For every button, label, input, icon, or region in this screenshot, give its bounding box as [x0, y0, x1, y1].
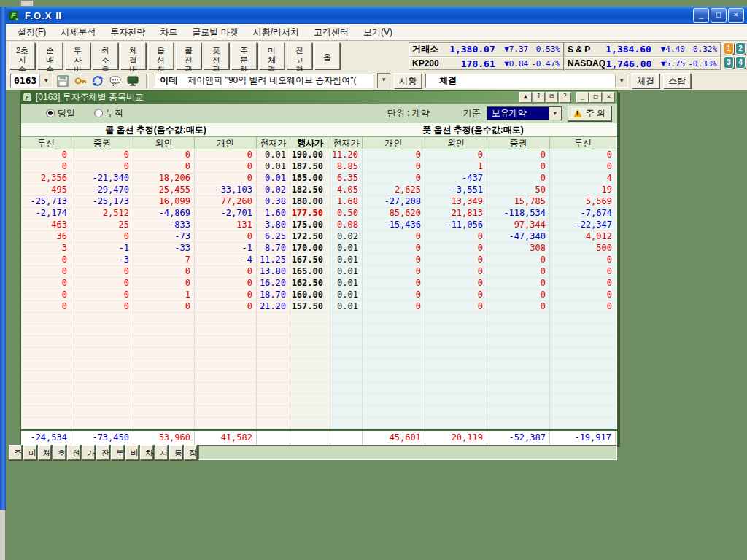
empty-cell: [330, 418, 363, 429]
empty-cell: [550, 313, 616, 324]
window-title: F.O.X Ⅱ: [25, 10, 63, 21]
one-icon[interactable]: 1: [533, 92, 545, 103]
app-logo-icon: F x: [9, 10, 21, 21]
cascade-icon[interactable]: ⧉: [546, 92, 558, 103]
close-button[interactable]: ✕: [728, 8, 744, 23]
toolbar-button[interactable]: 2초지수: [9, 42, 35, 69]
menu-item[interactable]: 시황/리서치: [246, 24, 306, 41]
empty-cell: [290, 394, 330, 406]
total-cell: 20,119: [425, 431, 487, 445]
panel-maximize-button[interactable]: □: [589, 92, 602, 103]
put-price-cell: 11.20: [330, 149, 363, 161]
panel-minimize-button[interactable]: _: [576, 92, 589, 103]
empty-cell: [363, 359, 425, 371]
news-dropdown-icon[interactable]: ▼: [377, 73, 390, 88]
toolbar-button[interactable]: 콜전광판: [176, 42, 201, 69]
toolbar-button[interactable]: 옵션전광: [148, 42, 174, 69]
execution-button[interactable]: 체결: [632, 73, 659, 88]
minimize-button[interactable]: ▁: [693, 8, 709, 23]
empty-cell: [71, 313, 133, 324]
call-cell: 25: [71, 219, 133, 231]
bottom-tab[interactable]: 주: [9, 445, 22, 460]
bottom-tab[interactable]: 차: [140, 445, 153, 460]
save-icon[interactable]: [56, 74, 70, 88]
call-cell: -1: [71, 243, 133, 254]
menu-item[interactable]: 글로벌 마켓: [185, 24, 245, 41]
monitor-icon[interactable]: [126, 74, 140, 88]
put-price-cell: 0.01: [330, 278, 363, 289]
toolbar-button[interactable]: 주문체결: [231, 42, 257, 69]
radio-cumulative[interactable]: [94, 109, 103, 117]
market-news-button[interactable]: 시황: [394, 73, 422, 88]
menu-item[interactable]: 고객센터: [306, 24, 356, 41]
bottom-tab[interactable]: 비: [125, 445, 139, 460]
put-cell: 0: [487, 289, 550, 301]
empty-cell: [550, 418, 616, 429]
basis-combo[interactable]: 보유계약 ▼: [487, 106, 562, 120]
put-cell: 4,012: [550, 231, 616, 243]
toolbar-button[interactable]: 순매수: [37, 42, 63, 69]
toolbar-button[interactable]: 체결내역: [120, 42, 146, 69]
toolbar-button[interactable]: 잔고현황: [287, 42, 312, 69]
empty-cell: [133, 359, 195, 371]
bottom-tab[interactable]: 호: [53, 445, 66, 460]
bottom-tab[interactable]: 미: [23, 445, 36, 460]
index-percent: -0.32%: [685, 44, 717, 54]
maximize-button[interactable]: □: [711, 8, 727, 23]
toolbar-button[interactable]: 풋전광판: [204, 42, 229, 69]
bottom-tab[interactable]: 현: [67, 445, 80, 460]
rollup-icon[interactable]: ▲: [519, 92, 532, 103]
bottom-tab[interactable]: 장: [184, 445, 197, 460]
strike-cell: 180.00: [290, 196, 330, 208]
empty-cell: [550, 336, 616, 348]
toolbar-button[interactable]: 투자비교: [65, 42, 90, 69]
panel-controls: 당일 누적 단위 : 계약 기준 보유계약 ▼ 주 의: [21, 104, 617, 122]
quick-button-2[interactable]: 2: [735, 42, 746, 55]
radio-daily[interactable]: [46, 109, 55, 117]
key-icon[interactable]: [74, 74, 88, 88]
feed-dropdown-icon[interactable]: ▼: [615, 74, 627, 87]
bottom-tab[interactable]: 등: [169, 445, 182, 460]
menu-item[interactable]: 투자전략: [103, 24, 152, 41]
warning-button[interactable]: 주 의: [568, 106, 611, 121]
total-cell: 41,582: [195, 431, 257, 445]
put-cell: 0: [363, 161, 425, 173]
strike-cell: 167.50: [290, 254, 330, 266]
stop-button[interactable]: 스탑: [663, 73, 691, 88]
refresh-icon[interactable]: [91, 74, 105, 88]
empty-cell: [425, 371, 487, 383]
put-cell: -3,551: [425, 184, 487, 196]
feed-text: 체결: [426, 74, 615, 87]
empty-cell: [257, 336, 290, 348]
put-cell: 0: [363, 173, 425, 184]
basis-dropdown-icon[interactable]: ▼: [549, 107, 561, 120]
column-header: 외인: [133, 137, 195, 149]
empty-row: [21, 406, 617, 418]
toolbar-button[interactable]: 옵: [314, 42, 340, 69]
panel-close-button[interactable]: ✕: [603, 92, 615, 103]
bottom-tab[interactable]: 체: [38, 445, 51, 460]
screen-code-combo[interactable]: 0163 ▼: [10, 74, 53, 88]
empty-cell: [550, 394, 616, 406]
empty-cell: [363, 383, 425, 394]
menu-item[interactable]: 시세분석: [53, 24, 103, 41]
toolbar-button[interactable]: 최소호가: [93, 42, 118, 69]
empty-cell: [550, 324, 616, 336]
bottom-tab[interactable]: 지: [155, 445, 168, 460]
quick-button-1[interactable]: 1: [724, 42, 734, 55]
put-cell: 0: [550, 254, 616, 266]
menu-item[interactable]: 설정(F): [10, 24, 53, 41]
menu-item[interactable]: 차트: [152, 24, 185, 41]
menu-item[interactable]: 보기(V): [356, 24, 400, 41]
help-icon[interactable]: ?: [559, 92, 571, 103]
chevron-down-icon[interactable]: ▼: [39, 74, 52, 87]
bottom-tab[interactable]: 투: [111, 445, 124, 460]
quick-button-3[interactable]: 3: [724, 56, 734, 69]
call-cell: 495: [21, 184, 71, 196]
strike-cell: 172.50: [290, 231, 330, 243]
chat-icon[interactable]: [109, 74, 123, 88]
toolbar-button[interactable]: 미체결: [259, 42, 285, 69]
bottom-tab[interactable]: 가: [82, 445, 95, 460]
quick-button-4[interactable]: 4: [735, 56, 746, 69]
bottom-tab[interactable]: 잔: [96, 445, 109, 460]
